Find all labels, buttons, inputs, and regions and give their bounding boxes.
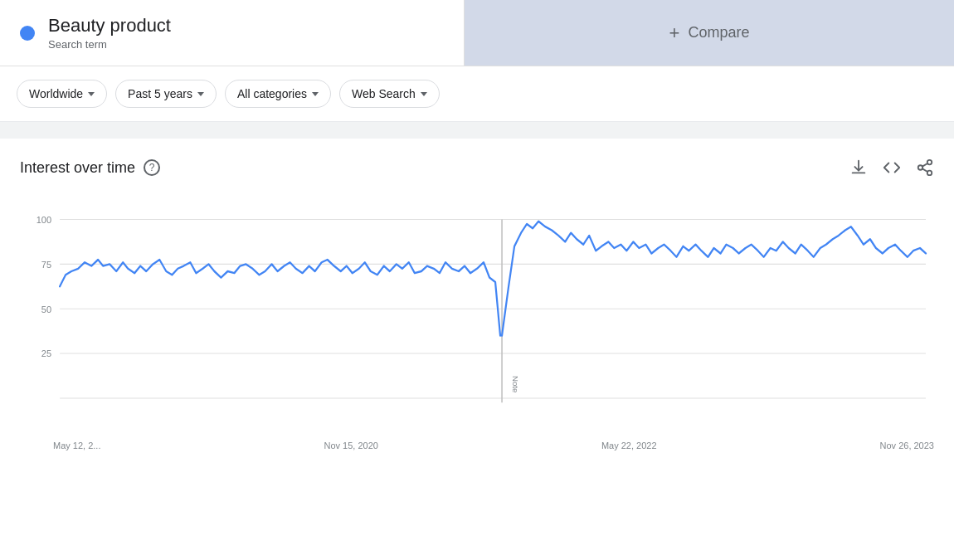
svg-text:100: 100 xyxy=(37,214,51,224)
share-button[interactable] xyxy=(916,158,934,177)
category-filter-label: All categories xyxy=(237,87,307,100)
category-filter[interactable]: All categories xyxy=(225,80,331,108)
main-content: Interest over time ? xyxy=(0,139,954,464)
header-section: Beauty product Search term + Compare xyxy=(0,0,954,66)
chart-container: 100 75 50 25 Note xyxy=(20,202,934,434)
region-filter-label: Worldwide xyxy=(29,87,83,100)
region-filter[interactable]: Worldwide xyxy=(17,80,107,108)
svg-text:50: 50 xyxy=(41,304,51,314)
chart-actions xyxy=(849,158,934,177)
time-filter-label: Past 5 years xyxy=(128,87,192,100)
x-label-2022: May 22, 2022 xyxy=(601,441,657,450)
chart-header: Interest over time ? xyxy=(20,158,934,177)
x-label-2023: Nov 26, 2023 xyxy=(880,441,934,450)
svg-line-4 xyxy=(922,163,927,167)
filter-bar: Worldwide Past 5 years All categories We… xyxy=(0,66,954,122)
x-axis-labels: May 12, 2... Nov 15, 2020 May 22, 2022 N… xyxy=(20,434,934,450)
time-filter[interactable]: Past 5 years xyxy=(115,80,217,108)
svg-line-3 xyxy=(922,168,927,172)
compare-button[interactable]: + Compare xyxy=(465,0,954,66)
term-dot xyxy=(20,26,35,41)
interest-chart: 100 75 50 25 Note xyxy=(20,202,934,434)
term-name: Beauty product xyxy=(48,15,171,37)
svg-text:75: 75 xyxy=(41,259,51,269)
svg-text:Note: Note xyxy=(511,376,519,392)
x-label-start: May 12, 2... xyxy=(53,441,100,450)
search-term-card: Beauty product Search term xyxy=(0,0,465,66)
svg-text:25: 25 xyxy=(41,348,51,358)
embed-button[interactable] xyxy=(883,158,901,177)
help-icon[interactable]: ? xyxy=(144,159,160,176)
compare-label: Compare xyxy=(688,24,749,41)
chart-title: Interest over time xyxy=(20,159,135,177)
chevron-down-icon xyxy=(88,92,95,96)
compare-plus-icon: + xyxy=(669,22,680,44)
chart-title-group: Interest over time ? xyxy=(20,159,160,177)
term-info: Beauty product Search term xyxy=(48,15,171,51)
chevron-down-icon xyxy=(421,92,427,96)
search-type-filter-label: Web Search xyxy=(352,87,416,100)
term-type: Search term xyxy=(48,38,171,51)
x-label-2020: Nov 15, 2020 xyxy=(324,441,377,450)
chevron-down-icon xyxy=(197,92,204,96)
section-spacer xyxy=(0,122,954,139)
chevron-down-icon xyxy=(312,92,319,96)
download-button[interactable] xyxy=(849,158,868,177)
search-type-filter[interactable]: Web Search xyxy=(339,80,440,108)
